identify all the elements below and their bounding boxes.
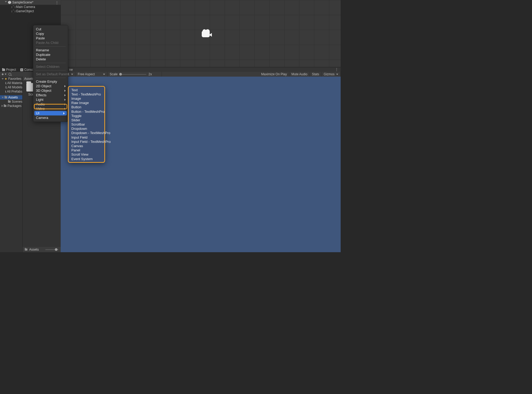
menu-cut[interactable]: Cut: [33, 27, 68, 31]
label: Gizmos: [324, 72, 335, 76]
label: Dropdown - TextMeshPro: [71, 131, 110, 135]
submenu-scroll-view[interactable]: Scroll View: [70, 152, 103, 157]
menu-paste[interactable]: Paste: [33, 36, 68, 40]
label: Maximize On Play: [261, 72, 287, 76]
scale-control[interactable]: Scale 2x: [108, 72, 162, 77]
label: Audio: [36, 102, 45, 106]
menu-rename[interactable]: Rename: [33, 48, 68, 52]
menu-ui[interactable]: UI: [34, 111, 67, 115]
search-icon: [5, 86, 6, 88]
tab-label: Project: [6, 68, 16, 72]
chevron-down-icon[interactable]: [5, 74, 6, 75]
label: All Prefabs: [7, 90, 22, 93]
menu-light[interactable]: Light: [33, 97, 68, 102]
footer-path[interactable]: Assets: [25, 248, 39, 251]
label: Copy: [36, 32, 44, 36]
hierarchy-item[interactable]: GameObject: [0, 9, 61, 13]
thumbnail-size-slider[interactable]: [45, 249, 59, 250]
scene-header[interactable]: SampleScene* ⋮: [0, 0, 61, 5]
search-icon[interactable]: [9, 73, 11, 76]
submenu-canvas[interactable]: Canvas: [70, 144, 103, 148]
scale-label: Scale: [110, 72, 118, 76]
gameobject-icon: [12, 10, 15, 13]
label: Toggle: [71, 114, 81, 118]
menu-camera[interactable]: Camera: [33, 115, 68, 120]
favorite-item[interactable]: All Models: [0, 85, 22, 89]
submenu-image[interactable]: Image: [70, 96, 103, 101]
folder-icon: [4, 105, 6, 107]
submenu-dropdown-tmp[interactable]: Dropdown - TextMeshPro: [70, 131, 103, 135]
submenu-toggle[interactable]: Toggle: [70, 114, 103, 118]
submenu-event-system[interactable]: Event System: [70, 157, 103, 161]
menu-audio[interactable]: Audio: [33, 102, 68, 106]
submenu-button[interactable]: Button: [70, 105, 103, 109]
submenu-panel[interactable]: Panel: [70, 148, 103, 152]
gizmos-dropdown[interactable]: Gizmos: [321, 72, 341, 77]
tab-game-tail: ne: [69, 68, 73, 72]
chevron-down-icon: [5, 1, 7, 2]
submenu-input-field[interactable]: Input Field: [70, 135, 103, 139]
label: Scroll View: [71, 152, 88, 156]
unity-icon: [8, 1, 11, 4]
menu-select-children: Select Children: [33, 64, 68, 69]
submenu-text-tmp[interactable]: Text - TextMeshPro: [70, 92, 103, 96]
submenu-dropdown[interactable]: Dropdown: [70, 127, 103, 131]
label: Canvas: [71, 144, 83, 148]
label: Button: [71, 105, 81, 109]
submenu-input-field-tmp[interactable]: Input Field - TextMeshPro: [70, 139, 103, 144]
gameobject-icon: [12, 6, 15, 9]
menu-3d-object[interactable]: 3D Object: [33, 88, 68, 93]
folder-item[interactable]: Scenes: [0, 99, 22, 104]
object-label: Main Camera: [16, 5, 35, 9]
menu-duplicate[interactable]: Duplicate: [33, 52, 68, 57]
menu-copy[interactable]: Copy: [33, 31, 68, 36]
assets-folder[interactable]: Assets: [0, 95, 22, 99]
project-tree: ★ Favorites All Materia All Models All P…: [0, 77, 22, 252]
label: Event System: [71, 157, 93, 161]
label: Button - TextMeshPro: [71, 110, 105, 114]
grid: [61, 0, 341, 67]
label: Input Field: [71, 135, 88, 139]
stats-toggle[interactable]: Stats: [310, 72, 321, 77]
submenu-text[interactable]: Text: [70, 88, 103, 92]
submenu-raw-image[interactable]: Raw Image: [70, 101, 103, 105]
menu-effects[interactable]: Effects: [33, 93, 68, 97]
separator: [35, 78, 66, 78]
game-header: ne ⋮: [61, 67, 341, 72]
submenu-button-tmp[interactable]: Button - TextMeshPro: [70, 109, 103, 114]
label: Mute Audio: [291, 72, 307, 76]
kebab-icon[interactable]: ⋮: [55, 1, 59, 5]
label: Assets: [8, 96, 18, 99]
aspect-dropdown[interactable]: Free Aspect: [76, 72, 108, 77]
menu-create-empty[interactable]: Create Empty: [33, 79, 68, 84]
maximize-toggle[interactable]: Maximize On Play: [259, 72, 289, 77]
packages-folder[interactable]: Packages: [0, 104, 22, 108]
star-icon: ★: [5, 77, 7, 81]
submenu-scrollbar[interactable]: Scrollbar: [70, 122, 103, 127]
label: Text - TextMeshPro: [71, 92, 101, 96]
label: Duplicate: [36, 53, 50, 57]
menu-video[interactable]: Video: [33, 106, 68, 111]
label: 3D Object: [36, 89, 51, 93]
favorite-item[interactable]: All Prefabs: [0, 89, 22, 94]
hierarchy-item[interactable]: Main Camera: [0, 5, 61, 9]
submenu-slider[interactable]: Slider: [70, 118, 103, 122]
ui-submenu: Text Text - TextMeshPro Image Raw Image …: [68, 86, 105, 163]
label: Text: [71, 88, 78, 92]
label: Scenes: [12, 100, 22, 103]
label: Set as Default Parent: [36, 72, 69, 76]
menu-2d-object[interactable]: 2D Object: [33, 84, 68, 88]
kebab-icon[interactable]: ⋮: [335, 67, 339, 72]
mute-toggle[interactable]: Mute Audio: [289, 72, 310, 77]
label: Assets: [24, 77, 34, 81]
scene-viewport[interactable]: [61, 0, 341, 67]
search-icon: [5, 90, 6, 93]
label: Packages: [7, 104, 22, 108]
favorites-header[interactable]: ★ Favorites: [0, 77, 22, 81]
add-icon[interactable]: +: [2, 73, 4, 76]
favorite-item[interactable]: All Materia: [0, 81, 22, 85]
tab-project[interactable]: Project: [0, 67, 18, 72]
label: Assets: [29, 248, 39, 251]
scale-slider[interactable]: [120, 74, 146, 75]
menu-delete[interactable]: Delete: [33, 57, 68, 61]
